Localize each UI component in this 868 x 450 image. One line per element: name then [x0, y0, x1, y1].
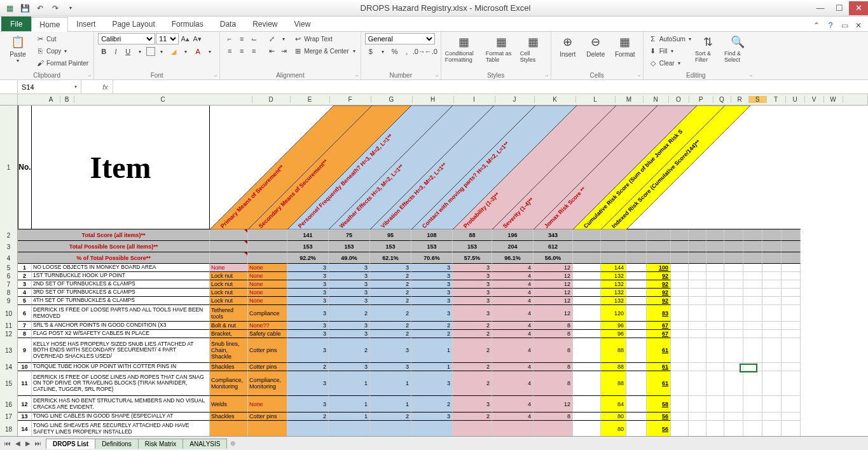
cell[interactable]: 3RD SET OF TURNBUCKLES & CLAMPS	[32, 289, 210, 297]
cell[interactable]	[210, 252, 248, 264]
paste-button[interactable]: 📋Paste▾	[4, 33, 32, 64]
cell[interactable]	[671, 252, 689, 264]
cell[interactable]	[689, 106, 706, 229]
cell[interactable]: 13	[18, 412, 32, 421]
cell[interactable]: 4	[492, 289, 534, 297]
cell[interactable]	[573, 330, 601, 338]
cell[interactable]: Lock nut	[210, 280, 248, 289]
cell[interactable]	[706, 289, 724, 297]
cell[interactable]	[689, 289, 706, 297]
col-head-V[interactable]: V	[805, 96, 824, 103]
cell[interactable]	[626, 241, 647, 252]
cell[interactable]: 88	[601, 371, 626, 396]
cell[interactable]	[724, 371, 743, 396]
font-name-select[interactable]: Calibri	[98, 33, 155, 44]
cell[interactable]: 3	[329, 322, 370, 330]
cell[interactable]	[287, 106, 329, 229]
cell[interactable]	[671, 241, 689, 252]
cell[interactable]	[329, 106, 370, 229]
cell[interactable]	[743, 338, 762, 363]
cell[interactable]: 92	[647, 297, 671, 305]
cell-styles-button[interactable]: ▦Cell Styles	[520, 33, 547, 64]
cell[interactable]	[671, 305, 689, 322]
cell[interactable]	[782, 305, 801, 322]
cell[interactable]: 83	[647, 305, 671, 322]
cell[interactable]	[743, 264, 762, 272]
cell[interactable]	[743, 229, 762, 241]
cell[interactable]	[671, 280, 689, 289]
cell[interactable]: 4	[492, 305, 534, 322]
cell[interactable]	[762, 412, 782, 421]
cell[interactable]: None??	[248, 322, 287, 330]
sheet-tab-analysis[interactable]: ANALYSIS	[183, 439, 227, 449]
cell[interactable]: 3	[329, 264, 370, 272]
cell[interactable]	[689, 252, 706, 264]
cell[interactable]	[724, 330, 743, 338]
cell[interactable]	[782, 371, 801, 396]
percent-button[interactable]: %	[389, 46, 401, 57]
cell[interactable]	[689, 338, 706, 363]
cell[interactable]: 2	[370, 272, 411, 280]
cell[interactable]: 2	[370, 305, 411, 322]
save-icon[interactable]: 💾	[18, 2, 32, 15]
cell[interactable]	[210, 229, 248, 241]
cell[interactable]: 61	[647, 338, 671, 363]
cell[interactable]	[573, 322, 601, 330]
cell[interactable]	[782, 338, 801, 363]
cell[interactable]	[706, 338, 724, 363]
cell[interactable]	[248, 106, 287, 229]
indent-decrease-button[interactable]: ⇤	[266, 45, 277, 57]
cell[interactable]	[492, 106, 534, 229]
cell[interactable]	[573, 421, 601, 436]
row-head[interactable]: 2	[0, 229, 18, 241]
cell[interactable]: 4	[492, 264, 534, 272]
cell[interactable]	[706, 421, 724, 436]
cell[interactable]	[689, 264, 706, 272]
col-head-B[interactable]: B	[60, 96, 74, 103]
cell[interactable]: 8	[18, 330, 32, 338]
cell[interactable]	[762, 106, 782, 229]
cell[interactable]	[743, 363, 762, 371]
cell[interactable]: 153	[287, 241, 329, 252]
col-head-N[interactable]: N	[644, 96, 669, 103]
cell[interactable]: 4	[492, 280, 534, 289]
align-bottom-button[interactable]: ⌙	[248, 33, 259, 44]
cell[interactable]: 3	[287, 280, 329, 289]
cell[interactable]: 196	[492, 229, 534, 241]
cell[interactable]	[626, 305, 647, 322]
cell[interactable]	[762, 241, 782, 252]
cell[interactable]: 92.2%	[287, 252, 329, 264]
cell[interactable]	[743, 330, 762, 338]
cell[interactable]: 4	[492, 396, 534, 412]
cell[interactable]	[601, 252, 626, 264]
cell[interactable]	[706, 264, 724, 272]
cell[interactable]	[706, 330, 724, 338]
cell[interactable]: 3	[411, 371, 453, 396]
cell[interactable]	[743, 396, 762, 412]
align-center-button[interactable]: ≡	[236, 45, 247, 57]
cell[interactable]: 62.1%	[370, 252, 411, 264]
cell[interactable]: 141	[287, 229, 329, 241]
cell[interactable]: DERRICK IS FREE OF LOOSE LINES AND ROPES…	[32, 371, 210, 396]
cell[interactable]: No.	[18, 106, 32, 229]
cell[interactable]: 2ND SET OF TURNBUCKLES & CLAMPS	[32, 280, 210, 289]
cell[interactable]	[706, 322, 724, 330]
cell[interactable]	[706, 229, 724, 241]
cell[interactable]: None	[248, 264, 287, 272]
cell[interactable]: 2	[18, 272, 32, 280]
cell[interactable]	[647, 252, 671, 264]
cell[interactable]: KELLY HOSE HAS PROPERLY SIZED SNUB LIES …	[32, 338, 210, 363]
autosum-button[interactable]: ΣAutoSum▾	[647, 33, 692, 44]
cell[interactable]	[626, 371, 647, 396]
cell[interactable]: 8	[534, 330, 573, 338]
cell[interactable]: Lock nut	[210, 272, 248, 280]
shrink-font-button[interactable]: A▾	[191, 33, 203, 44]
cell[interactable]: 153	[329, 241, 370, 252]
cell[interactable]: 3	[453, 305, 492, 322]
cell[interactable]	[724, 229, 743, 241]
cell[interactable]: 3	[287, 396, 329, 412]
cell[interactable]	[647, 229, 671, 241]
cell[interactable]: Lock nut	[210, 289, 248, 297]
cell[interactable]: 8	[534, 412, 573, 421]
cell[interactable]	[626, 396, 647, 412]
